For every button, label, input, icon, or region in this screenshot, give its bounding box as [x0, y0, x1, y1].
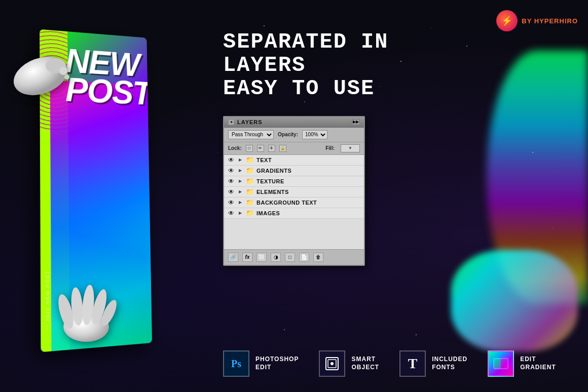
gradient-label: EDIT GRADIENT: [520, 356, 556, 371]
expand-arrow-background-text[interactable]: ▶: [237, 200, 243, 206]
t-text: T: [408, 356, 418, 372]
eye-icon-elements[interactable]: 👁: [227, 188, 235, 195]
folder-icon-gradients: 📁: [245, 167, 254, 174]
svg-point-3: [64, 74, 69, 80]
main-headline: SEPARATED IN LAYERS EASY TO USE: [223, 30, 476, 101]
lock-box-icon[interactable]: □: [246, 145, 253, 152]
layers-title-left: ◂ LAYERS: [228, 119, 263, 125]
feature-gradient: EDIT GRADIENT: [488, 350, 556, 377]
fill-label: Fill:: [325, 145, 335, 151]
smart-object-icon: [319, 350, 345, 377]
layers-list: 👁 ▶ 📁 TEXT 👁 ▶ 📁 GRADIENTS 👁 ▶ 📁 TEXTURE…: [224, 155, 364, 249]
ps-text: Ps: [231, 358, 241, 370]
lock-move-icon[interactable]: ✛: [268, 145, 275, 152]
layer-name-background-text: BACKGROUND TEXT: [256, 200, 317, 206]
logo-icon: ⚡: [496, 10, 518, 31]
logo-brand-text: BY HYPERHIRO: [522, 17, 578, 25]
expand-arrow-texture[interactable]: ▶: [237, 178, 243, 184]
folder-icon-texture: 📁: [245, 178, 254, 185]
logo-symbol: ⚡: [501, 15, 512, 26]
gradient-svg: [493, 358, 509, 370]
opacity-select[interactable]: 100%: [302, 130, 327, 139]
layer-name-gradients: GRADIENTS: [256, 168, 291, 174]
layer-name-elements: ELEMENTS: [256, 189, 289, 195]
gradient-icon: [488, 350, 514, 377]
folder-icon-background-text: 📁: [245, 199, 254, 206]
expand-arrow-images[interactable]: ▶: [237, 210, 243, 216]
lock-lock-icon[interactable]: 🔒: [279, 145, 286, 152]
group-button[interactable]: □: [285, 253, 295, 262]
layer-row-images[interactable]: 👁 ▶ 📁 IMAGES: [224, 208, 364, 219]
adjustment-button[interactable]: ◑: [271, 253, 281, 262]
features-bar: Ps PHOTOSHOP EDIT SMART OBJECT T INCLUDE…: [223, 350, 578, 377]
new-layer-button[interactable]: 📄: [299, 253, 309, 262]
logo-area: ⚡ BY HYPERHIRO: [496, 10, 578, 31]
opacity-label: Opacity:: [278, 132, 298, 137]
poster-vertical-text: 2020 NEW POST · 2020 NEW POST · 2020: [149, 62, 152, 209]
svg-point-0: [10, 51, 73, 101]
layer-row-text[interactable]: 👁 ▶ 📁 TEXT: [224, 155, 364, 166]
layer-name-text: TEXT: [256, 157, 272, 163]
svg-point-12: [330, 362, 334, 365]
poster-title-text: NEW POST: [65, 46, 151, 107]
fx-button[interactable]: fx: [242, 253, 252, 262]
layer-row-gradients[interactable]: 👁 ▶ 📁 GRADIENTS: [224, 166, 364, 176]
layers-panel[interactable]: ◂ LAYERS ▶▶ Pass Through Opacity: 100% L…: [223, 116, 365, 266]
layer-name-images: IMAGES: [256, 210, 280, 216]
eye-icon-texture[interactable]: 👁: [227, 178, 235, 185]
expand-arrow-elements[interactable]: ▶: [237, 189, 243, 195]
layer-row-elements[interactable]: 👁 ▶ 📁 ELEMENTS: [224, 187, 364, 198]
layer-name-texture: TEXTURE: [256, 178, 284, 184]
expand-arrow-gradients[interactable]: ▶: [237, 168, 243, 174]
eye-icon-images[interactable]: 👁: [227, 210, 235, 217]
svg-rect-15: [501, 359, 508, 369]
feature-fonts: T INCLUDED FONTS: [399, 350, 467, 377]
blend-mode-select[interactable]: Pass Through: [228, 130, 274, 139]
layers-empty-space: [224, 219, 364, 249]
layers-menu-button[interactable]: ▶▶: [352, 119, 360, 125]
photoshop-label: PHOTOSHOP EDIT: [255, 356, 299, 371]
smart-object-svg: [324, 356, 340, 372]
folder-icon-elements: 📁: [245, 188, 254, 195]
layers-lock-row: Lock: □ ✏ ✛ 🔒 Fill: ▼: [224, 142, 364, 155]
lock-label: Lock:: [228, 145, 242, 151]
eye-icon-gradients[interactable]: 👁: [227, 167, 235, 174]
layers-footer: 🔗 fx ⬜ ◑ □ 📄 🗑: [224, 249, 364, 265]
fonts-label: INCLUDED FONTS: [432, 356, 467, 371]
blob-top: [10, 51, 76, 101]
content-area: SEPARATED IN LAYERS EASY TO USE ◂ LAYERS…: [223, 30, 476, 266]
feature-smart-object: SMART OBJECT: [319, 350, 379, 377]
mask-button[interactable]: ⬜: [256, 253, 267, 262]
blob-bottom: [51, 279, 132, 344]
layers-collapse-button[interactable]: ◂: [228, 119, 234, 125]
lock-pen-icon[interactable]: ✏: [257, 145, 264, 152]
eye-icon-text[interactable]: 👁: [227, 156, 235, 164]
feature-photoshop: Ps PHOTOSHOP EDIT: [223, 350, 299, 377]
layers-controls: Pass Through Opacity: 100%: [224, 128, 364, 142]
fill-dropdown-icon[interactable]: ▼: [348, 146, 352, 150]
fonts-icon: T: [399, 350, 426, 377]
poster-title: NEW POST: [65, 46, 151, 107]
opacity-value: 100%: [302, 130, 327, 139]
eye-icon-background-text[interactable]: 👁: [227, 199, 235, 206]
folder-icon-text: 📁: [245, 156, 254, 164]
expand-arrow-text[interactable]: ▶: [237, 157, 243, 163]
folder-icon-images: 📁: [245, 210, 254, 217]
poster-bottom-text: ** 2020 NEW POST: [45, 270, 50, 330]
delete-button[interactable]: 🗑: [313, 253, 323, 262]
svg-rect-14: [494, 359, 501, 369]
layers-titlebar: ◂ LAYERS ▶▶: [224, 117, 364, 128]
fill-value-box: ▼: [341, 144, 360, 152]
layer-row-background-text[interactable]: 👁 ▶ 📁 BACKGROUND TEXT: [224, 198, 364, 208]
smart-object-label: SMART OBJECT: [351, 356, 379, 371]
photoshop-icon: Ps: [223, 350, 249, 377]
layer-row-texture[interactable]: 👁 ▶ 📁 TEXTURE: [224, 176, 364, 187]
svg-point-2: [59, 67, 67, 75]
link-button[interactable]: 🔗: [228, 253, 238, 262]
poster-area: NEW POST 2020 NEW POST · 2020 NEW POST ·…: [20, 20, 208, 365]
layers-panel-title: LAYERS: [237, 119, 263, 125]
